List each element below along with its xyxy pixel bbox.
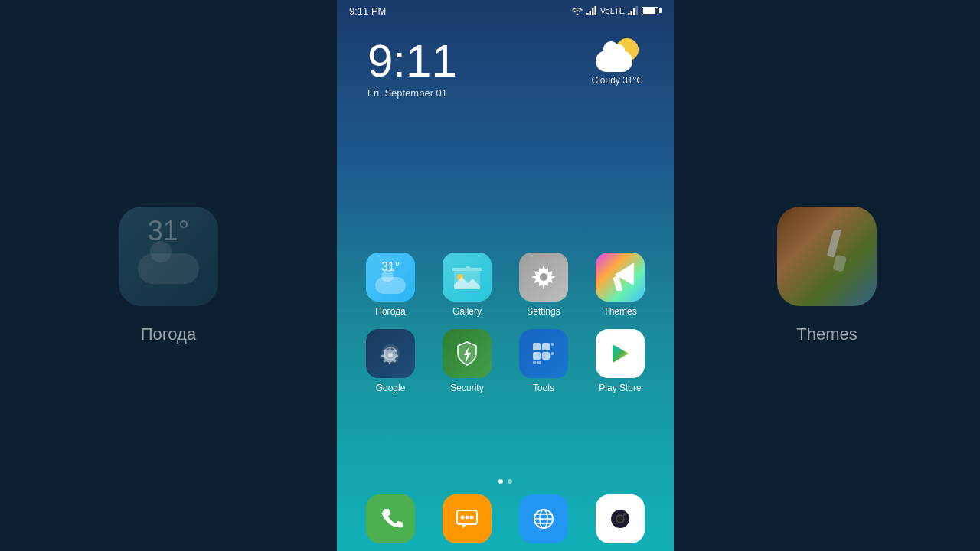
svg-rect-17: [533, 343, 541, 350]
themes-app-label: Themes: [603, 306, 636, 317]
dock-messages[interactable]: [436, 494, 498, 543]
svg-rect-0: [586, 13, 589, 15]
tools-icon-svg: [530, 340, 557, 367]
weather-widget: Cloudy 31°C: [591, 38, 643, 86]
svg-point-27: [466, 516, 469, 520]
app-grid: 31° Погода: [360, 253, 651, 406]
svg-rect-4: [628, 13, 630, 15]
weather-condition: Cloudy: [591, 75, 619, 86]
status-time: 9:11 PM: [349, 5, 386, 17]
security-app-label: Security: [450, 383, 483, 393]
svg-rect-39: [832, 255, 847, 272]
camera-dock-icon: [596, 494, 645, 543]
svg-rect-2: [592, 8, 594, 15]
svg-rect-6: [633, 8, 635, 15]
browser-dock-icon: [519, 494, 568, 543]
battery-icon: [642, 7, 662, 15]
svg-rect-5: [631, 11, 633, 15]
playstore-app-icon: [596, 329, 645, 378]
right-themes-brush-svg: [800, 230, 854, 283]
signal2-icon: [628, 6, 639, 15]
app-tools[interactable]: Tools: [513, 329, 574, 393]
dock: [360, 494, 651, 543]
weather-temp: 31°C: [622, 75, 643, 86]
app-themes[interactable]: Themes: [590, 253, 651, 317]
page-indicators: [337, 479, 674, 484]
right-panel: Themes: [674, 0, 980, 551]
svg-rect-19: [551, 343, 554, 346]
svg-rect-24: [537, 361, 541, 364]
tools-app-label: Tools: [533, 383, 554, 393]
svg-rect-22: [551, 352, 554, 355]
messages-icon-svg: [455, 507, 479, 531]
status-icons: VoLTE: [571, 6, 662, 15]
google-app-icon: [366, 329, 415, 378]
playstore-app-label: Play Store: [599, 383, 641, 393]
themes-icon-svg: [606, 263, 634, 291]
left-panel-preview: 31° Погода: [119, 207, 218, 344]
app-security[interactable]: Security: [436, 329, 498, 393]
camera-icon-svg: [608, 507, 632, 531]
app-row-2: Google Security: [360, 329, 651, 393]
svg-rect-20: [533, 352, 541, 360]
app-gallery[interactable]: Gallery: [436, 253, 498, 317]
playstore-icon-svg: [606, 340, 634, 367]
svg-rect-23: [533, 361, 536, 364]
svg-point-26: [461, 516, 465, 520]
dock-camera[interactable]: [590, 494, 651, 543]
weather-app-label: Погода: [375, 306, 406, 317]
svg-point-16: [388, 353, 393, 357]
gallery-icon-svg: [452, 263, 482, 291]
themes-app-icon: [596, 253, 645, 302]
browser-icon-svg: [531, 507, 556, 531]
settings-app-label: Settings: [527, 306, 560, 317]
gallery-app-icon: [443, 253, 492, 302]
google-app-label: Google: [376, 383, 406, 393]
svg-rect-38: [827, 230, 842, 258]
settings-app-icon: [519, 253, 568, 302]
indicator-1: [498, 479, 503, 484]
clock-area: 9:11 Fri, September 01 Cloudy 31°C: [368, 38, 643, 99]
volte-label: VoLTE: [600, 6, 625, 15]
weather-app-icon: 31°: [366, 253, 415, 302]
svg-rect-18: [542, 343, 550, 350]
clock-time: 9:11: [368, 38, 457, 84]
signal-icon: [586, 6, 597, 15]
svg-point-37: [623, 513, 626, 516]
app-playstore[interactable]: Play Store: [590, 329, 651, 393]
left-panel: 31° Погода: [0, 0, 337, 551]
svg-point-36: [618, 517, 622, 521]
wifi-icon: [571, 6, 583, 15]
settings-icon-svg: [530, 263, 557, 291]
app-settings[interactable]: Settings: [513, 253, 574, 317]
dock-phone[interactable]: [360, 494, 421, 543]
indicator-2: [508, 479, 512, 484]
svg-rect-3: [594, 6, 596, 15]
right-panel-preview: Themes: [777, 207, 877, 344]
app-weather[interactable]: 31° Погода: [360, 253, 421, 317]
google-icon-svg: [378, 341, 403, 366]
messages-dock-icon: [443, 494, 492, 543]
security-app-icon: [443, 329, 492, 378]
cloud-icon: [596, 51, 632, 72]
right-panel-label: Themes: [796, 324, 857, 344]
weather-icon-container: [596, 38, 639, 72]
svg-point-11: [540, 273, 547, 281]
dock-browser[interactable]: [513, 494, 574, 543]
right-themes-icon: [777, 207, 877, 306]
app-row-1: 31° Погода: [360, 253, 651, 317]
svg-rect-1: [589, 11, 591, 15]
clock-date: Fri, September 01: [368, 87, 457, 99]
clock-left: 9:11 Fri, September 01: [368, 38, 457, 99]
svg-rect-7: [636, 6, 639, 15]
status-bar: 9:11 PM VoLTE: [337, 0, 674, 21]
phone-icon-svg: [378, 507, 403, 531]
app-google[interactable]: Google: [360, 329, 421, 393]
left-weather-icon: 31°: [119, 207, 218, 306]
phone-screen: 9:11 PM VoLTE: [337, 0, 674, 551]
gallery-app-label: Gallery: [452, 306, 482, 317]
tools-app-icon: [519, 329, 568, 378]
svg-rect-21: [542, 352, 550, 360]
security-icon-svg: [453, 340, 481, 367]
svg-point-28: [470, 516, 474, 520]
